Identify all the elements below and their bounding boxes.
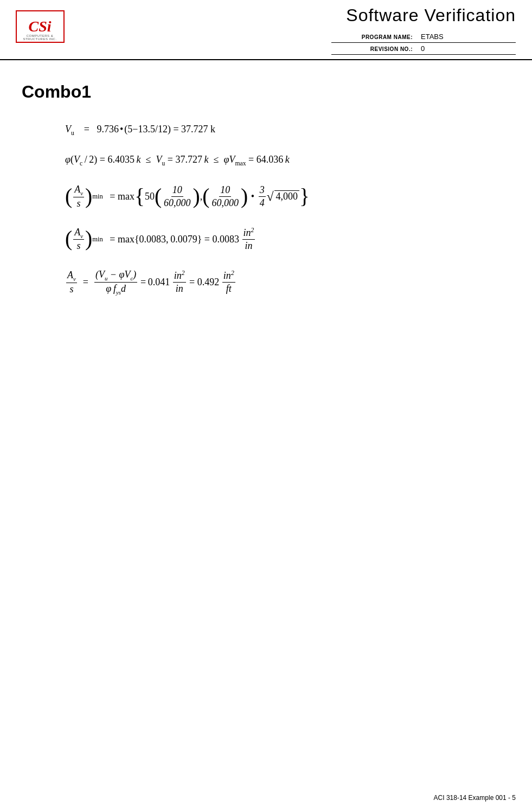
eq5-text: Av s = (Vu − φVc) φ fysd = 0.041 in2 in … xyxy=(65,269,236,295)
equation-3: ( Av s ) min = max { 50 ( 10 60,000 ) , … xyxy=(65,184,510,209)
footer-text: ACI 318-14 Example 001 - 5 xyxy=(434,794,516,802)
logo-box: CSi COMPUTERS & STRUCTURES INC. xyxy=(16,10,65,43)
revision-label: REVISION NO.: xyxy=(331,46,418,52)
equations-area: Vu = 9.736•(5−13.5/12) = 37.727 k φ(Vc /… xyxy=(22,124,510,296)
equation-4: ( Av s ) min = max{0.0083, 0.0079} = 0.0… xyxy=(65,227,510,252)
revision-row: REVISION NO.: 0 xyxy=(331,43,516,55)
program-info: PROGRAM NAME: ETABS REVISION NO.: 0 xyxy=(331,31,516,55)
eq3-text: ( Av s ) min = max { 50 ( 10 60,000 ) , … xyxy=(65,184,310,209)
equation-1: Vu = 9.736•(5−13.5/12) = 37.727 k xyxy=(65,124,510,137)
eq1-text: Vu = 9.736•(5−13.5/12) = 37.727 k xyxy=(65,124,215,137)
section-title: Combo1 xyxy=(22,82,510,102)
equation-2: φ(Vc / 2) = 6.4035 k ≤ Vu = 37.727 k ≤ φ… xyxy=(65,154,510,167)
eq2-text: φ(Vc / 2) = 6.4035 k ≤ Vu = 37.727 k ≤ φ… xyxy=(65,154,290,167)
footer: ACI 318-14 Example 001 - 5 xyxy=(434,794,516,802)
page-header: CSi COMPUTERS & STRUCTURES INC. Software… xyxy=(0,0,532,60)
equation-5: Av s = (Vu − φVc) φ fysd = 0.041 in2 in … xyxy=(65,269,510,295)
revision-value: 0 xyxy=(418,44,516,53)
page-title: Software Verification xyxy=(346,5,516,25)
program-name-row: PROGRAM NAME: ETABS xyxy=(331,31,516,43)
header-right: Software Verification PROGRAM NAME: ETAB… xyxy=(74,5,516,55)
logo-subtext: COMPUTERS & STRUCTURES INC. xyxy=(17,34,63,41)
eq4-text: ( Av s ) min = max{0.0083, 0.0079} = 0.0… xyxy=(65,227,256,252)
logo-text: CSi xyxy=(28,18,51,35)
program-name-label: PROGRAM NAME: xyxy=(331,34,418,40)
logo-area: CSi COMPUTERS & STRUCTURES INC. xyxy=(5,5,74,47)
main-content: Combo1 Vu = 9.736•(5−13.5/12) = 37.727 k… xyxy=(0,60,532,335)
program-name-value: ETABS xyxy=(418,33,516,41)
